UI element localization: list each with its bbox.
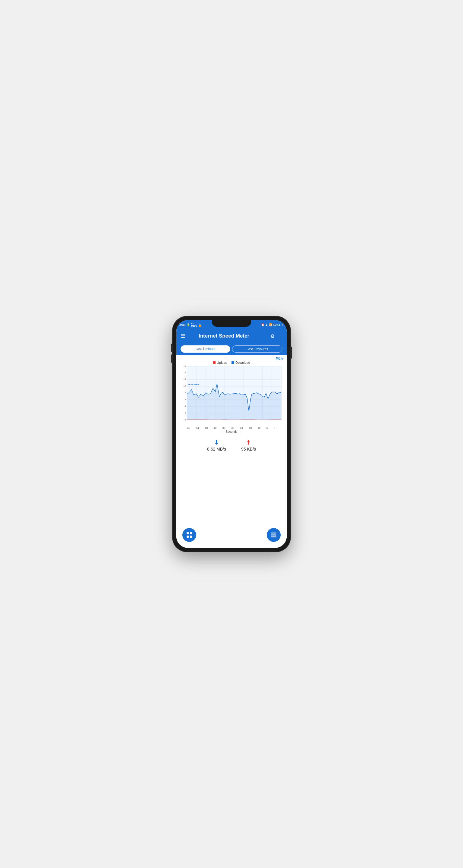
more-options-button[interactable]: ⋮ bbox=[278, 333, 282, 339]
svg-text:16: 16 bbox=[184, 366, 186, 367]
status-left: 3:40 🔋 9.1MB/s 🔒 bbox=[179, 322, 202, 327]
wifi-icon: ▲ bbox=[265, 323, 268, 327]
download-speed-value: 8.62 MB/s bbox=[207, 447, 226, 452]
svg-rect-37 bbox=[187, 535, 189, 538]
seconds-label: ← Seconds → bbox=[179, 430, 284, 433]
settings-button[interactable]: ⚙ bbox=[270, 333, 275, 339]
speed-chart: 0 2 4 6 8 10 12 14 16 10.18 MB/s bbox=[179, 366, 284, 426]
svg-rect-40 bbox=[271, 535, 276, 535]
battery-bar bbox=[279, 324, 282, 326]
tab-last-5-minutes[interactable]: Last 5 minutes bbox=[232, 345, 282, 352]
signal-icon: 📶 bbox=[269, 323, 272, 327]
status-right: ⏰ ▲ 📶 15% bbox=[261, 323, 282, 327]
upload-arrow-icon: ⬆ bbox=[246, 439, 251, 446]
upload-speed-item: ⬆ 95 KB/s bbox=[241, 439, 256, 452]
tab-bar: Last 1 minute Last 5 minutes bbox=[176, 344, 287, 355]
svg-text:0: 0 bbox=[184, 418, 186, 421]
list-view-button[interactable] bbox=[267, 528, 281, 542]
chart-section: MB/s Upload Download bbox=[176, 355, 287, 435]
download-legend: Download bbox=[232, 361, 250, 364]
upload-speed-value: 95 KB/s bbox=[241, 447, 256, 452]
bottom-area bbox=[176, 454, 287, 548]
svg-text:14: 14 bbox=[184, 371, 186, 373]
tab-last-1-minute[interactable]: Last 1 minute bbox=[181, 345, 230, 352]
svg-text:8: 8 bbox=[184, 392, 186, 394]
svg-rect-38 bbox=[190, 535, 192, 538]
data-speed-indicator: 9.1MB/s bbox=[191, 322, 197, 327]
svg-rect-36 bbox=[190, 532, 192, 534]
svg-rect-0 bbox=[213, 361, 216, 364]
x-axis-labels: 60 54 48 42 36 30 24 18 12 6 0 bbox=[179, 426, 284, 430]
upload-legend: Upload bbox=[213, 361, 227, 364]
content-area: MB/s Upload Download bbox=[176, 355, 287, 548]
svg-rect-41 bbox=[271, 536, 276, 537]
chart-unit-label: MB/s bbox=[179, 357, 284, 360]
time-display: 3:40 bbox=[179, 323, 185, 327]
chart-legend: Upload Download bbox=[179, 361, 284, 364]
vpn-icon: 🔒 bbox=[198, 323, 202, 327]
battery-icon: 🔋 bbox=[187, 323, 190, 327]
svg-text:2: 2 bbox=[184, 412, 186, 414]
svg-text:10.18 MB/s: 10.18 MB/s bbox=[188, 383, 199, 386]
svg-text:12: 12 bbox=[184, 378, 186, 380]
svg-text:4: 4 bbox=[184, 405, 186, 407]
app-title: Internet Speed Meter bbox=[190, 333, 258, 339]
grid-view-button[interactable] bbox=[182, 528, 196, 542]
svg-text:10: 10 bbox=[184, 385, 186, 387]
speed-row: ⬇ 8.62 MB/s ⬆ 95 KB/s bbox=[176, 435, 287, 454]
top-bar: ☰ Internet Speed Meter ⚙ ⋮ bbox=[176, 329, 287, 344]
alarm-icon: ⏰ bbox=[261, 323, 265, 327]
svg-text:6: 6 bbox=[184, 398, 186, 401]
svg-rect-35 bbox=[187, 532, 189, 534]
battery-percent: 15% bbox=[273, 323, 279, 327]
svg-rect-39 bbox=[271, 532, 276, 533]
svg-rect-1 bbox=[232, 361, 234, 364]
download-arrow-icon: ⬇ bbox=[214, 439, 219, 446]
download-speed-item: ⬇ 8.62 MB/s bbox=[207, 439, 226, 452]
menu-button[interactable]: ☰ bbox=[181, 333, 185, 339]
